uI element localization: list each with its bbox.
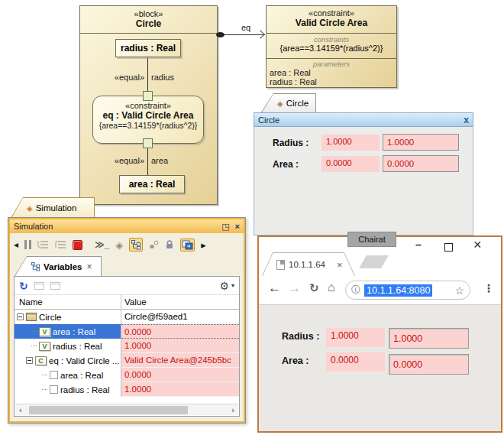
- maximize-icon[interactable]: [444, 243, 453, 252]
- variables-table-header: Name Value: [15, 295, 239, 310]
- step-into-icon[interactable]: [37, 240, 49, 249]
- scroll-left-arrow-icon[interactable]: ‹: [19, 404, 22, 416]
- constraint-block-expression: {area==3.14159*(radius^2)}: [267, 44, 396, 53]
- eq-connector-label: eq: [241, 23, 250, 32]
- collapse-icon[interactable]: [26, 357, 33, 364]
- parameter-area: area : Real: [267, 68, 396, 77]
- browser-tab[interactable]: 10.1.1.64 ×: [262, 252, 355, 276]
- toolbar-scroll-left-icon[interactable]: ◂: [14, 239, 18, 250]
- table-row[interactable]: Circle Circle@f59aed1: [15, 310, 239, 324]
- constraints-compartment-header: constraints: [267, 35, 396, 44]
- parameters-compartment-header: parameters: [267, 60, 396, 68]
- page-area-input[interactable]: [389, 354, 469, 375]
- forward-icon[interactable]: →: [288, 281, 301, 296]
- parameter-port-top[interactable]: [143, 91, 153, 101]
- name-column-header[interactable]: Name: [15, 295, 121, 309]
- constraint-property[interactable]: «constraint» eq : Valid Circle Area {are…: [92, 96, 204, 144]
- variables-tab[interactable]: Variables ×: [15, 256, 102, 276]
- circle-panel-title: Circle: [258, 115, 279, 125]
- menu-icon[interactable]: ⋮: [483, 282, 494, 294]
- area-label: Area :: [273, 159, 299, 170]
- parameter-port-bottom[interactable]: [143, 138, 153, 148]
- table-row[interactable]: radius : Real 1.0000: [15, 382, 239, 397]
- star-icon[interactable]: ☆: [454, 284, 464, 297]
- held-windows-button[interactable]: [180, 239, 195, 252]
- animation-speed-icon[interactable]: ≫_: [95, 239, 109, 250]
- circle-panel-tab[interactable]: ◈ Circle: [261, 93, 316, 112]
- binding-connector-area: [147, 148, 148, 176]
- close-window-icon[interactable]: ×: [235, 222, 240, 232]
- step-over-icon[interactable]: [55, 240, 66, 249]
- screenshot-root: «block» Circle radius : Real «equal» rad…: [0, 0, 504, 435]
- tab-close-icon[interactable]: ×: [337, 259, 343, 271]
- parameter-radius: radius : Real: [267, 77, 396, 86]
- page-area-label: Area :: [282, 355, 309, 366]
- simulation-window: ◈ Simulation Simulation ◳ × ◂: [8, 196, 246, 424]
- circle-panel-close-icon[interactable]: x: [464, 115, 469, 125]
- table-row[interactable]: area : Real 0.0000: [15, 368, 239, 382]
- scrollbar-thumb[interactable]: [29, 406, 188, 414]
- page-radius-input[interactable]: [389, 328, 469, 349]
- info-icon[interactable]: ⓘ: [351, 284, 360, 297]
- table-row[interactable]: V area : Real 0.0000: [15, 324, 239, 339]
- float-window-icon[interactable]: ◳: [221, 222, 229, 232]
- area-input[interactable]: [383, 155, 459, 172]
- variables-view-button[interactable]: [129, 238, 143, 252]
- pause-icon[interactable]: [24, 240, 31, 249]
- table-row[interactable]: C eq : Valid Circle ... Valid Circle Are…: [15, 353, 239, 368]
- gear-caret-icon[interactable]: ▾: [231, 282, 234, 289]
- back-icon[interactable]: ←: [268, 281, 281, 296]
- part-area[interactable]: area : Real: [119, 175, 185, 193]
- stop-icon[interactable]: [73, 240, 82, 250]
- simulation-tab-label: Simulation: [36, 203, 77, 213]
- constraint-expression: {area==3.14159*(radius^2)}: [93, 121, 203, 130]
- reload-icon[interactable]: ↻: [309, 281, 319, 295]
- tooltip: Chairat: [347, 232, 396, 247]
- value-cell[interactable]: Circle@f59aed1: [121, 310, 239, 324]
- table-row[interactable]: V radius : Real 1.0000: [15, 339, 239, 353]
- simulation-tab[interactable]: ◈ Simulation: [11, 197, 95, 218]
- home-icon[interactable]: ⌂: [328, 281, 335, 294]
- value-cell[interactable]: 1.0000: [121, 382, 239, 397]
- refresh-icon[interactable]: ↻: [19, 280, 28, 292]
- close-icon[interactable]: ×: [473, 237, 482, 253]
- new-tab-button[interactable]: [359, 255, 389, 268]
- collapse-icon[interactable]: [17, 313, 24, 320]
- breakpoints-icon[interactable]: [149, 240, 159, 249]
- value-cell[interactable]: 0.0000: [121, 368, 239, 382]
- value-cell[interactable]: 1.0000: [121, 339, 239, 353]
- toolbar-scroll-right-icon[interactable]: ▸: [201, 239, 206, 251]
- block-circle[interactable]: «block» Circle radius : Real «equal» rad…: [79, 5, 218, 205]
- export-alt-icon[interactable]: [50, 282, 60, 290]
- part-radius[interactable]: radius : Real: [115, 39, 181, 57]
- parameter-icon: [50, 371, 58, 379]
- value-cell[interactable]: 0.0000: [121, 324, 239, 339]
- scroll-right-arrow-icon[interactable]: ›: [231, 404, 234, 416]
- variables-panel: ↻ ⚙ ▾ Name Value: [14, 276, 240, 417]
- radius-value-display: 1.0000: [321, 135, 380, 151]
- block-name: Circle: [80, 18, 217, 29]
- variables-toolbar: ↻ ⚙ ▾: [15, 277, 239, 295]
- simulation-title: Simulation: [14, 222, 53, 231]
- horizontal-scrollbar[interactable]: ‹ ›: [15, 404, 238, 415]
- area-end-label: area: [151, 156, 168, 165]
- variables-tab-close-icon[interactable]: ×: [87, 261, 92, 272]
- equal-label-radius: «equal»: [86, 73, 144, 82]
- address-text[interactable]: 10.1.1.64:8080: [364, 284, 432, 297]
- options-diamond-icon[interactable]: ◈: [115, 239, 123, 251]
- minimize-icon[interactable]: –: [415, 239, 422, 251]
- value-property-icon: V: [39, 342, 50, 351]
- page-radius-value: 1.0000: [326, 328, 385, 347]
- gear-icon[interactable]: ⚙: [219, 280, 229, 292]
- value-cell[interactable]: Valid Circle Area@245b5bc: [121, 353, 239, 368]
- circle-panel-tab-label: Circle: [286, 99, 309, 108]
- circle-panel-titlebar: Circle x: [254, 112, 473, 127]
- value-column-header[interactable]: Value: [121, 295, 239, 309]
- lock-icon[interactable]: [165, 240, 174, 250]
- page-area-value: 0.0000: [326, 352, 385, 372]
- block-stereotype: «block»: [80, 9, 217, 18]
- export-icon[interactable]: [34, 282, 44, 290]
- address-bar[interactable]: ⓘ 10.1.1.64:8080 ☆: [345, 281, 470, 300]
- radius-input[interactable]: [383, 134, 459, 151]
- constraint-block-valid-circle-area[interactable]: «constraint» Valid Circle Area constrain…: [266, 5, 397, 88]
